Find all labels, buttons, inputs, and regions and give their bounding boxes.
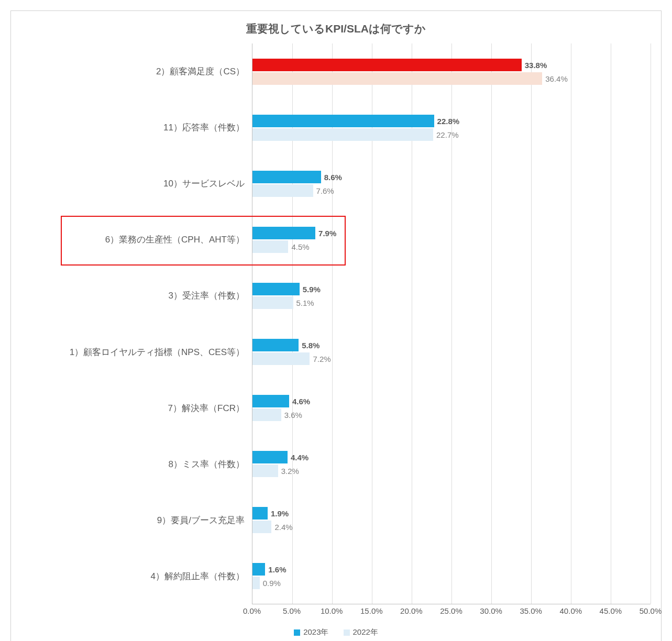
bar-value-2022: 4.5% — [288, 242, 309, 251]
x-tick-label: 20.0% — [400, 606, 423, 615]
x-tick-label: 15.0% — [360, 606, 383, 615]
bar-value-2023: 5.9% — [300, 284, 321, 293]
bar-value-2023: 22.8% — [434, 116, 460, 125]
bar-2022: 36.4% — [252, 72, 542, 85]
x-tick-label: 35.0% — [520, 606, 542, 615]
legend-item-2022: 2022年 — [344, 627, 378, 637]
bar-2022: 0.9% — [252, 577, 260, 589]
category-label: 1）顧客ロイヤルティ指標（NPS、CES等） — [21, 324, 252, 380]
bar-2023: 1.9% — [252, 507, 268, 520]
y-axis-labels: 2）顧客満足度（CS）11）応答率（件数）10）サービスレベル6）業務の生産性（… — [21, 43, 252, 604]
bar-value-2023: 4.4% — [288, 452, 309, 461]
legend: 2023年 2022年 — [21, 627, 651, 637]
category-label: 3）受注率（件数） — [21, 268, 252, 324]
bar-2023: 8.6% — [252, 171, 321, 183]
legend-item-2023: 2023年 — [294, 627, 328, 637]
bar-value-2023: 1.6% — [265, 565, 286, 573]
bar-value-2022: 7.2% — [310, 354, 331, 363]
bar-2022: 5.1% — [252, 296, 293, 309]
x-tick-label: 25.0% — [440, 606, 462, 615]
category-row: 4.4%3.2% — [252, 436, 651, 492]
bar-2023: 4.6% — [252, 395, 289, 407]
legend-swatch-2022 — [344, 629, 350, 636]
bar-2023: 5.9% — [252, 283, 300, 295]
x-tick-label: 50.0% — [640, 606, 662, 615]
bar-value-2022: 3.6% — [281, 410, 302, 419]
bar-2023: 22.8% — [252, 115, 434, 127]
category-row: 1.6%0.9% — [252, 548, 651, 604]
bar-2022: 4.5% — [252, 240, 288, 253]
bar-value-2022: 5.1% — [293, 298, 314, 307]
legend-label-2022: 2022年 — [353, 627, 378, 637]
category-row: 4.6%3.6% — [252, 380, 651, 436]
category-label: 9）要員/ブース充足率 — [21, 492, 252, 548]
x-tick-label: 5.0% — [283, 606, 301, 615]
bar-value-2023: 7.9% — [315, 228, 336, 237]
bar-2023: 5.8% — [252, 339, 299, 351]
bar-value-2022: 0.9% — [260, 578, 281, 587]
legend-label-2023: 2023年 — [303, 627, 328, 637]
bar-value-2023: 5.8% — [299, 340, 320, 349]
bar-value-2022: 3.2% — [278, 466, 299, 475]
chart-title: 重要視しているKPI/SLAは何ですか — [21, 21, 651, 36]
category-row: 8.6%7.6% — [252, 156, 651, 212]
bar-2022: 3.2% — [252, 465, 278, 477]
x-axis-ticks: 0.0%5.0%10.0%15.0%20.0%25.0%30.0%35.0%40… — [252, 604, 651, 618]
category-row: 1.9%2.4% — [252, 492, 651, 548]
category-label: 2）顧客満足度（CS） — [21, 43, 252, 100]
gridline — [651, 43, 651, 604]
bar-value-2023: 4.6% — [289, 396, 310, 405]
bar-2022: 2.4% — [252, 521, 271, 533]
bar-value-2023: 8.6% — [321, 172, 342, 181]
category-row: 7.9%4.5% — [252, 212, 651, 268]
category-label: 6）業務の生産性（CPH、AHT等） — [21, 212, 252, 268]
category-row: 5.8%7.2% — [252, 324, 651, 380]
category-label: 4）解約阻止率（件数） — [21, 548, 252, 604]
bar-2022: 7.2% — [252, 352, 310, 365]
plot-area: 2）顧客満足度（CS）11）応答率（件数）10）サービスレベル6）業務の生産性（… — [21, 43, 651, 604]
x-tick-label: 40.0% — [560, 606, 582, 615]
x-tick-label: 30.0% — [480, 606, 502, 615]
category-row: 5.9%5.1% — [252, 268, 651, 324]
bar-2023: 4.4% — [252, 451, 288, 463]
bar-2023: 1.6% — [252, 563, 265, 576]
legend-swatch-2023 — [294, 629, 300, 636]
bar-2022: 3.6% — [252, 408, 281, 421]
bar-value-2022: 7.6% — [313, 186, 334, 195]
chart-container: 重要視しているKPI/SLAは何ですか 2）顧客満足度（CS）11）応答率（件数… — [10, 10, 662, 641]
x-tick-label: 10.0% — [321, 606, 343, 615]
bar-value-2022: 36.4% — [542, 74, 568, 83]
category-row: 33.8%36.4% — [252, 43, 651, 100]
bar-2023: 7.9% — [252, 227, 315, 239]
bar-2023: 33.8% — [252, 59, 522, 71]
bar-2022: 7.6% — [252, 184, 313, 197]
bar-value-2022: 22.7% — [433, 130, 459, 139]
plot-canvas: 33.8%36.4%22.8%22.7%8.6%7.6%7.9%4.5%5.9%… — [252, 43, 651, 604]
category-label: 8）ミス率（件数） — [21, 436, 252, 492]
bar-value-2023: 1.9% — [268, 509, 289, 517]
category-label: 7）解決率（FCR） — [21, 380, 252, 436]
category-row: 22.8%22.7% — [252, 100, 651, 156]
x-tick-label: 0.0% — [243, 606, 261, 615]
x-tick-label: 45.0% — [600, 606, 622, 615]
category-label: 11）応答率（件数） — [21, 100, 252, 156]
bar-2022: 22.7% — [252, 128, 433, 141]
bar-value-2023: 33.8% — [522, 60, 547, 69]
category-label: 10）サービスレベル — [21, 156, 252, 212]
bar-value-2022: 2.4% — [271, 522, 292, 531]
